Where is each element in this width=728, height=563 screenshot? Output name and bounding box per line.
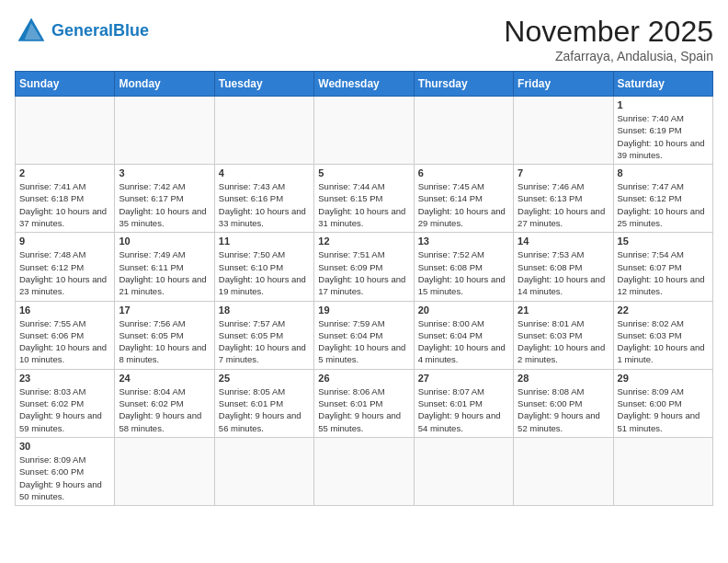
day-number: 30 (19, 441, 110, 452)
table-row: 16Sunrise: 7:55 AM Sunset: 6:06 PM Dayli… (16, 301, 115, 369)
day-number: 21 (518, 304, 609, 316)
day-number: 8 (618, 167, 709, 178)
calendar-row: 9Sunrise: 7:48 AM Sunset: 6:12 PM Daylig… (16, 233, 713, 301)
table-row: 20Sunrise: 8:00 AM Sunset: 6:04 PM Dayli… (414, 301, 513, 369)
calendar-table: Sunday Monday Tuesday Wednesday Thursday… (15, 71, 713, 506)
col-monday: Monday (115, 72, 214, 97)
calendar-row: 2Sunrise: 7:41 AM Sunset: 6:18 PM Daylig… (16, 165, 713, 233)
day-number: 11 (219, 236, 310, 247)
table-row: 19Sunrise: 7:59 AM Sunset: 6:04 PM Dayli… (314, 301, 414, 369)
day-info: Sunrise: 8:09 AM Sunset: 6:00 PM Dayligh… (618, 385, 709, 434)
table-row: 4Sunrise: 7:43 AM Sunset: 6:16 PM Daylig… (214, 165, 313, 233)
day-number: 5 (318, 167, 409, 178)
day-info: Sunrise: 8:01 AM Sunset: 6:03 PM Dayligh… (518, 317, 609, 366)
table-row: 15Sunrise: 7:54 AM Sunset: 6:07 PM Dayli… (613, 233, 712, 301)
day-info: Sunrise: 7:49 AM Sunset: 6:11 PM Dayligh… (119, 248, 210, 297)
day-number: 22 (618, 304, 709, 316)
day-info: Sunrise: 7:48 AM Sunset: 6:12 PM Dayligh… (19, 248, 110, 297)
table-row (214, 97, 313, 165)
day-info: Sunrise: 7:44 AM Sunset: 6:15 PM Dayligh… (318, 180, 409, 229)
calendar-row: 30Sunrise: 8:09 AM Sunset: 6:00 PM Dayli… (16, 437, 713, 505)
day-number: 23 (19, 373, 110, 384)
table-row: 3Sunrise: 7:42 AM Sunset: 6:17 PM Daylig… (115, 165, 214, 233)
day-number: 1 (618, 99, 709, 110)
day-number: 29 (618, 373, 709, 384)
day-info: Sunrise: 7:43 AM Sunset: 6:16 PM Dayligh… (219, 180, 310, 229)
day-number: 28 (518, 373, 609, 384)
table-row: 2Sunrise: 7:41 AM Sunset: 6:18 PM Daylig… (16, 165, 115, 233)
day-number: 18 (219, 304, 310, 316)
day-number: 14 (518, 236, 609, 247)
day-info: Sunrise: 7:56 AM Sunset: 6:05 PM Dayligh… (119, 317, 210, 366)
page-header: GeneralBlue November 2025 Zafarraya, And… (15, 15, 713, 63)
table-row: 29Sunrise: 8:09 AM Sunset: 6:00 PM Dayli… (613, 369, 712, 437)
table-row (613, 437, 712, 505)
table-row: 23Sunrise: 8:03 AM Sunset: 6:02 PM Dayli… (16, 369, 115, 437)
day-info: Sunrise: 8:03 AM Sunset: 6:02 PM Dayligh… (19, 385, 110, 434)
table-row: 17Sunrise: 7:56 AM Sunset: 6:05 PM Dayli… (115, 301, 214, 369)
day-info: Sunrise: 7:47 AM Sunset: 6:12 PM Dayligh… (618, 180, 709, 229)
day-info: Sunrise: 7:53 AM Sunset: 6:08 PM Dayligh… (518, 248, 609, 297)
day-info: Sunrise: 8:09 AM Sunset: 6:00 PM Dayligh… (19, 454, 110, 502)
table-row (414, 437, 513, 505)
table-row (214, 437, 313, 505)
calendar-header-row: Sunday Monday Tuesday Wednesday Thursday… (16, 72, 713, 97)
day-number: 9 (19, 236, 110, 247)
day-info: Sunrise: 7:41 AM Sunset: 6:18 PM Dayligh… (19, 180, 110, 229)
table-row (414, 97, 513, 165)
day-info: Sunrise: 7:45 AM Sunset: 6:14 PM Dayligh… (418, 180, 509, 229)
calendar-row: 23Sunrise: 8:03 AM Sunset: 6:02 PM Dayli… (16, 369, 713, 437)
table-row: 1Sunrise: 7:40 AM Sunset: 6:19 PM Daylig… (613, 97, 712, 165)
col-thursday: Thursday (414, 72, 513, 97)
table-row: 14Sunrise: 7:53 AM Sunset: 6:08 PM Dayli… (514, 233, 613, 301)
day-info: Sunrise: 8:02 AM Sunset: 6:03 PM Dayligh… (618, 317, 709, 366)
table-row: 9Sunrise: 7:48 AM Sunset: 6:12 PM Daylig… (16, 233, 115, 301)
month-title: November 2025 (504, 15, 713, 49)
day-info: Sunrise: 7:54 AM Sunset: 6:07 PM Dayligh… (618, 248, 709, 297)
day-number: 4 (219, 167, 310, 178)
table-row: 10Sunrise: 7:49 AM Sunset: 6:11 PM Dayli… (115, 233, 214, 301)
table-row: 18Sunrise: 7:57 AM Sunset: 6:05 PM Dayli… (214, 301, 313, 369)
table-row: 27Sunrise: 8:07 AM Sunset: 6:01 PM Dayli… (414, 369, 513, 437)
logo: GeneralBlue (15, 15, 149, 48)
day-number: 15 (618, 236, 709, 247)
col-tuesday: Tuesday (214, 72, 313, 97)
day-info: Sunrise: 7:40 AM Sunset: 6:19 PM Dayligh… (618, 112, 709, 161)
table-row (314, 97, 414, 165)
day-number: 10 (119, 236, 210, 247)
day-info: Sunrise: 8:00 AM Sunset: 6:04 PM Dayligh… (418, 317, 509, 366)
day-number: 26 (318, 373, 409, 384)
day-number: 24 (119, 373, 210, 384)
table-row: 13Sunrise: 7:52 AM Sunset: 6:08 PM Dayli… (414, 233, 513, 301)
table-row: 5Sunrise: 7:44 AM Sunset: 6:15 PM Daylig… (314, 165, 414, 233)
table-row: 24Sunrise: 8:04 AM Sunset: 6:02 PM Dayli… (115, 369, 214, 437)
table-row (514, 437, 613, 505)
day-number: 17 (119, 304, 210, 316)
day-number: 6 (418, 167, 509, 178)
table-row: 30Sunrise: 8:09 AM Sunset: 6:00 PM Dayli… (16, 437, 115, 505)
day-number: 7 (518, 167, 609, 178)
day-info: Sunrise: 7:59 AM Sunset: 6:04 PM Dayligh… (318, 317, 409, 366)
day-info: Sunrise: 8:04 AM Sunset: 6:02 PM Dayligh… (119, 385, 210, 434)
table-row (115, 97, 214, 165)
table-row: 21Sunrise: 8:01 AM Sunset: 6:03 PM Dayli… (514, 301, 613, 369)
table-row: 8Sunrise: 7:47 AM Sunset: 6:12 PM Daylig… (613, 165, 712, 233)
col-friday: Friday (514, 72, 613, 97)
calendar-row: 1Sunrise: 7:40 AM Sunset: 6:19 PM Daylig… (16, 97, 713, 165)
col-saturday: Saturday (613, 72, 712, 97)
day-number: 16 (19, 304, 110, 316)
day-number: 12 (318, 236, 409, 247)
day-info: Sunrise: 7:55 AM Sunset: 6:06 PM Dayligh… (19, 317, 110, 366)
table-row (314, 437, 414, 505)
table-row: 12Sunrise: 7:51 AM Sunset: 6:09 PM Dayli… (314, 233, 414, 301)
day-number: 19 (318, 304, 409, 316)
table-row: 26Sunrise: 8:06 AM Sunset: 6:01 PM Dayli… (314, 369, 414, 437)
day-info: Sunrise: 7:51 AM Sunset: 6:09 PM Dayligh… (318, 248, 409, 297)
day-info: Sunrise: 7:46 AM Sunset: 6:13 PM Dayligh… (518, 180, 609, 229)
calendar-row: 16Sunrise: 7:55 AM Sunset: 6:06 PM Dayli… (16, 301, 713, 369)
table-row: 6Sunrise: 7:45 AM Sunset: 6:14 PM Daylig… (414, 165, 513, 233)
table-row: 28Sunrise: 8:08 AM Sunset: 6:00 PM Dayli… (514, 369, 613, 437)
day-info: Sunrise: 7:57 AM Sunset: 6:05 PM Dayligh… (219, 317, 310, 366)
table-row: 11Sunrise: 7:50 AM Sunset: 6:10 PM Dayli… (214, 233, 313, 301)
table-row (16, 97, 115, 165)
